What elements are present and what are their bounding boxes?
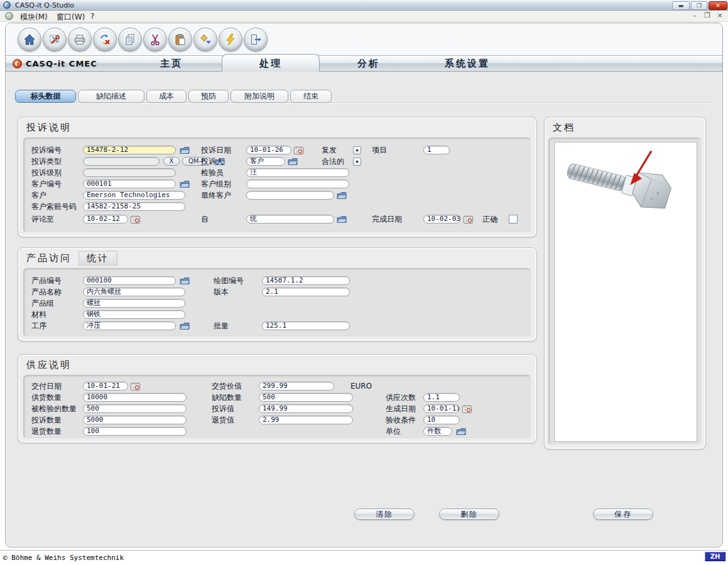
folder-icon[interactable]	[337, 191, 347, 200]
supply-count-field[interactable]: 1.1	[423, 393, 460, 402]
product-no-field[interactable]: 000100	[83, 276, 176, 285]
menu-help[interactable]: ?	[88, 12, 97, 21]
mdi-restore-button[interactable]: ❐	[702, 11, 712, 19]
folder-icon[interactable]	[337, 215, 347, 223]
supply-panel: 交付日期 10-01-21 交货价值 299.99 EURO 供货数量 1000…	[23, 375, 531, 439]
process-field[interactable]: 冲压	[83, 321, 176, 330]
returned-qty-field[interactable]: 100	[83, 427, 187, 436]
version-field[interactable]: 2.1	[262, 288, 350, 296]
calendar-icon[interactable]	[294, 146, 303, 154]
subtab-cost[interactable]: 成本	[146, 90, 187, 103]
from-field[interactable]: 统	[246, 215, 334, 223]
folder-icon[interactable]	[180, 277, 190, 285]
statistics-button[interactable]: 统计	[79, 251, 117, 266]
product-name-field[interactable]: 内六角螺丝	[83, 288, 185, 296]
folder-icon[interactable]	[180, 146, 190, 154]
mdi-close-button[interactable]: ×	[715, 11, 725, 19]
refresh-cancel-icon[interactable]	[93, 28, 117, 51]
unit-field[interactable]: 件数	[423, 427, 452, 436]
customer-no-field[interactable]: 000101	[83, 180, 176, 188]
subtab-prevention[interactable]: 预防	[188, 90, 229, 103]
project-label: 项目	[372, 146, 387, 155]
material-field[interactable]: 钢铁	[83, 310, 185, 319]
project-field[interactable]: 1	[423, 146, 450, 154]
calendar-icon[interactable]	[462, 405, 472, 413]
printer-icon[interactable]	[68, 28, 92, 51]
product-panel: 产品编号 000100 绘图编号 14587.1.2 产品名称 内六角螺丝 版本…	[23, 268, 531, 337]
complaint-qty-field[interactable]: 5000	[83, 416, 187, 424]
complaint-no-field[interactable]: 15478-2-12	[83, 146, 176, 154]
customer-group-field[interactable]	[246, 180, 349, 188]
subtab-additional-notes[interactable]: 附加说明	[231, 90, 288, 103]
recurrence-toggle[interactable]	[353, 146, 361, 154]
delete-button[interactable]: 删除	[439, 508, 499, 520]
bolt-image	[557, 148, 692, 235]
document-image[interactable]	[554, 142, 697, 442]
complaint-level-field[interactable]	[83, 168, 176, 177]
end-customer-field[interactable]	[246, 191, 334, 200]
complainant-field[interactable]: 客户	[246, 157, 285, 166]
restore-button[interactable]: ❐	[691, 1, 707, 10]
supplied-qty-label: 供货数量	[31, 393, 62, 402]
document-group-title: 文档	[553, 122, 575, 134]
subtab-end[interactable]: 结束	[290, 90, 332, 103]
product-group-field[interactable]: 螺丝	[83, 299, 185, 308]
complaint-value-field[interactable]: 149.99	[259, 404, 353, 413]
completion-date-field[interactable]: 10-02-03	[423, 215, 461, 223]
save-button[interactable]: 保存	[593, 508, 653, 520]
type-x-button[interactable]: X	[163, 157, 180, 166]
supply-count-label: 供应次数	[386, 393, 416, 402]
subtab-defect-description[interactable]: 缺陷描述	[78, 90, 144, 103]
comment-until-label: 评论至	[31, 215, 54, 224]
mdi-child-icon	[5, 12, 13, 20]
delivery-value-field[interactable]: 299.99	[259, 382, 334, 390]
delivery-date-field[interactable]: 10-01-21	[83, 382, 128, 390]
inspector-field[interactable]: 汪	[246, 168, 349, 177]
folder-icon[interactable]	[180, 180, 190, 188]
cut-icon[interactable]	[143, 28, 167, 51]
home-icon[interactable]	[18, 28, 41, 51]
return-value-label: 退货值	[212, 416, 234, 425]
legal-toggle[interactable]	[353, 158, 361, 166]
complaint-date-field[interactable]: 10-01-26	[246, 146, 291, 154]
claim-no-field[interactable]: 14582-2158-25	[83, 202, 185, 211]
tools-icon[interactable]	[43, 28, 67, 51]
mdi-minimize-button[interactable]: –	[690, 11, 700, 19]
paste-icon[interactable]	[168, 28, 192, 51]
tab-system-settings[interactable]: 系统设置	[418, 55, 516, 72]
correct-checkbox[interactable]	[509, 215, 518, 223]
calendar-icon[interactable]	[131, 215, 140, 223]
copy-icon[interactable]	[118, 28, 142, 51]
close-button[interactable]: ✕	[709, 1, 727, 10]
menu-window[interactable]: 窗口(W)	[54, 12, 87, 23]
clear-button[interactable]: 清除	[354, 508, 415, 520]
filter-icon[interactable]	[193, 28, 217, 51]
subtab-header-data[interactable]: 标头数据	[15, 90, 76, 103]
drawing-no-field[interactable]: 14587.1.2	[262, 276, 350, 285]
return-value-field[interactable]: 2.99	[259, 416, 353, 424]
minimize-button[interactable]: ▬	[672, 1, 690, 10]
acceptance-field[interactable]: 10	[423, 416, 460, 424]
supplied-qty-field[interactable]: 10000	[83, 393, 187, 402]
folder-icon[interactable]	[456, 428, 466, 436]
tab-process[interactable]: 处理	[222, 54, 320, 72]
defect-qty-field[interactable]: 500	[259, 393, 353, 402]
completion-date-label: 完成日期	[372, 215, 402, 224]
calendar-icon[interactable]	[131, 382, 140, 390]
folder-icon[interactable]	[180, 322, 190, 330]
inspected-qty-field[interactable]: 500	[83, 404, 187, 413]
batch-field[interactable]: 125.1	[262, 321, 350, 330]
tab-home[interactable]: 主页	[124, 55, 219, 72]
flash-icon[interactable]	[219, 28, 242, 51]
calendar-icon[interactable]	[464, 215, 473, 223]
material-label: 材料	[31, 310, 46, 320]
complaint-type-field[interactable]	[83, 157, 160, 166]
tab-analysis[interactable]: 分析	[322, 55, 416, 72]
creation-date-field[interactable]: 10-01-11	[423, 404, 460, 413]
folder-icon[interactable]	[288, 158, 298, 166]
menu-module[interactable]: 模块(M)	[18, 12, 50, 23]
language-indicator[interactable]: ZH	[705, 552, 725, 561]
customer-field[interactable]: Emerson Technologies	[83, 191, 185, 200]
comment-until-field[interactable]: 10-02-12	[83, 215, 128, 223]
exit-icon[interactable]	[244, 28, 268, 51]
